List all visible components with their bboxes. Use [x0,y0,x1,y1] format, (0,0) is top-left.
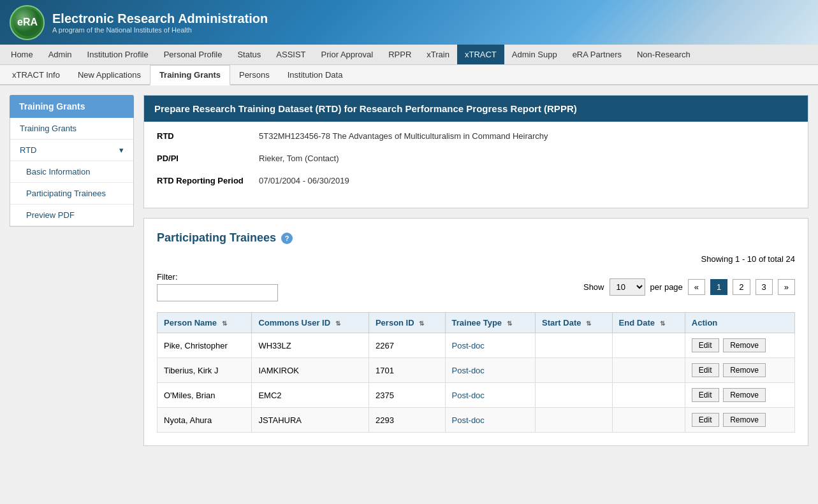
cell-action-0: Edit Remove [685,333,794,358]
cell-trainee-type-1: Post-doc [445,358,536,383]
col-person-name[interactable]: Person Name ⇅ [157,313,252,333]
tab-institution-data[interactable]: Institution Data [279,66,352,84]
tab-xtract-info[interactable]: xTRACT Info [3,66,69,84]
trainees-table: Person Name ⇅ Commons User ID ⇅ Person I… [157,312,795,433]
col-commons-label: Commons User ID [258,318,330,328]
col-commons-user-id[interactable]: Commons User ID ⇅ [252,313,369,333]
remove-btn-1[interactable]: Remove [723,363,766,377]
rtd-row-reporting: RTD Reporting Period 07/01/2004 - 06/30/… [157,176,795,185]
page-next-btn[interactable]: » [778,279,795,295]
edit-btn-2[interactable]: Edit [692,388,719,402]
sidebar-item-training-grants[interactable]: Training Grants [10,118,133,140]
table-row: O'Miles, Brian EMC2 2375 Post-doc Edit R… [157,383,795,408]
sidebar-rtd-label: RTD [20,145,36,155]
nav-rppr[interactable]: RPPR [381,45,419,64]
col-trainee-type-label: Trainee Type [452,318,502,328]
nav-primary: Home Admin Institution Profile Personal … [0,45,818,65]
rtd-value: 5T32MH123456-78 The Advantages of Multic… [259,131,548,141]
cell-person-id-3: 2293 [369,408,445,433]
trainee-type-link-0[interactable]: Post-doc [452,341,485,350]
logo-text: Electronic Research Administration A pro… [52,11,268,34]
col-start-date[interactable]: Start Date ⇅ [536,313,613,333]
page-prev-btn[interactable]: « [688,279,705,295]
nav-secondary: xTRACT Info New Applications Training Gr… [0,65,818,85]
cell-name-3: Nyota, Ahura [157,408,252,433]
remove-btn-3[interactable]: Remove [723,413,766,427]
cell-commons-id-2: EMC2 [252,383,369,408]
remove-btn-2[interactable]: Remove [723,388,766,402]
tab-persons[interactable]: Persons [230,66,279,84]
remove-btn-0[interactable]: Remove [723,338,766,352]
per-page-label: per page [650,282,683,292]
logo-container: eRA Electronic Research Administration A… [10,5,268,40]
cell-end-date-3 [612,408,685,433]
trainee-type-link-2[interactable]: Post-doc [452,391,485,400]
tab-training-grants[interactable]: Training Grants [150,65,230,85]
nav-assist[interactable]: ASSIST [268,45,313,64]
page-3-btn[interactable]: 3 [756,279,773,295]
sort-icon-end-date: ⇅ [660,320,665,327]
header: eRA Electronic Research Administration A… [0,0,818,45]
chevron-down-icon: ▾ [119,145,124,155]
sidebar-item-rtd[interactable]: RTD ▾ [10,140,133,161]
cell-end-date-0 [612,333,685,358]
cell-trainee-type-0: Post-doc [445,333,536,358]
edit-btn-0[interactable]: Edit [692,338,719,352]
nav-prior-approval[interactable]: Prior Approval [314,45,381,64]
tab-new-applications[interactable]: New Applications [69,66,150,84]
nav-xtrain[interactable]: xTrain [419,45,457,64]
help-icon[interactable]: ? [281,233,293,244]
sort-icon-start-date: ⇅ [586,320,591,327]
nav-admin[interactable]: Admin [41,45,80,64]
trainee-type-link-1[interactable]: Post-doc [452,366,485,375]
rtd-panel: Prepare Research Training Dataset (RTD) … [143,95,808,208]
sidebar-item-preview-pdf[interactable]: Preview PDF [10,205,133,226]
sidebar: Training Grants Training Grants RTD ▾ Ba… [10,95,134,446]
col-end-date-label: End Date [619,318,655,328]
app-subtitle: A program of the National Institutes of … [52,26,268,34]
filter-section: Filter: [157,272,278,301]
reporting-value: 07/01/2004 - 06/30/2019 [259,176,349,185]
nav-status[interactable]: Status [230,45,268,64]
table-row: Tiberius, Kirk J IAMKIROK 1701 Post-doc … [157,358,795,383]
col-person-name-label: Person Name [164,318,217,328]
pdpi-label: PD/PI [157,154,259,163]
table-controls: Filter: Show 10 25 50 100 per page « [157,269,795,305]
col-trainee-type[interactable]: Trainee Type ⇅ [445,313,536,333]
filter-input[interactable] [157,284,278,301]
cell-person-id-2: 2375 [369,383,445,408]
col-person-id[interactable]: Person ID ⇅ [369,313,445,333]
cell-trainee-type-3: Post-doc [445,408,536,433]
pdpi-value: Rieker, Tom (Contact) [259,154,339,163]
cell-end-date-1 [612,358,685,383]
cell-commons-id-0: WH33LZ [252,333,369,358]
nav-xtract[interactable]: xTRACT [457,45,504,64]
cell-name-2: O'Miles, Brian [157,383,252,408]
cell-person-id-1: 1701 [369,358,445,383]
col-end-date[interactable]: End Date ⇅ [612,313,685,333]
cell-action-3: Edit Remove [685,408,794,433]
cell-start-date-3 [536,408,613,433]
nav-institution-profile[interactable]: Institution Profile [80,45,156,64]
nav-personal-profile[interactable]: Personal Profile [156,45,230,64]
rtd-label: RTD [157,131,259,141]
sort-icon-commons: ⇅ [335,320,340,327]
nav-era-partners[interactable]: eRA Partners [565,45,629,64]
trainee-type-link-3[interactable]: Post-doc [452,415,485,425]
edit-btn-3[interactable]: Edit [692,413,719,427]
nav-home[interactable]: Home [3,45,41,64]
edit-btn-1[interactable]: Edit [692,363,719,377]
table-row: Nyota, Ahura JSTAHURA 2293 Post-doc Edit… [157,408,795,433]
pagination-controls: Show 10 25 50 100 per page « 1 2 3 » [583,278,795,296]
trainees-title-text: Participating Trainees [157,231,276,245]
nav-non-research[interactable]: Non-Research [629,45,698,64]
col-action: Action [685,313,794,333]
cell-start-date-0 [536,333,613,358]
app-name: Electronic Research Administration [52,11,268,26]
nav-admin-supp[interactable]: Admin Supp [504,45,565,64]
per-page-select[interactable]: 10 25 50 100 [610,278,645,296]
page-2-btn[interactable]: 2 [733,279,750,295]
sidebar-item-participating-trainees[interactable]: Participating Trainees [10,183,133,205]
sidebar-item-basic-info[interactable]: Basic Information [10,161,133,183]
page-1-btn[interactable]: 1 [710,279,727,295]
